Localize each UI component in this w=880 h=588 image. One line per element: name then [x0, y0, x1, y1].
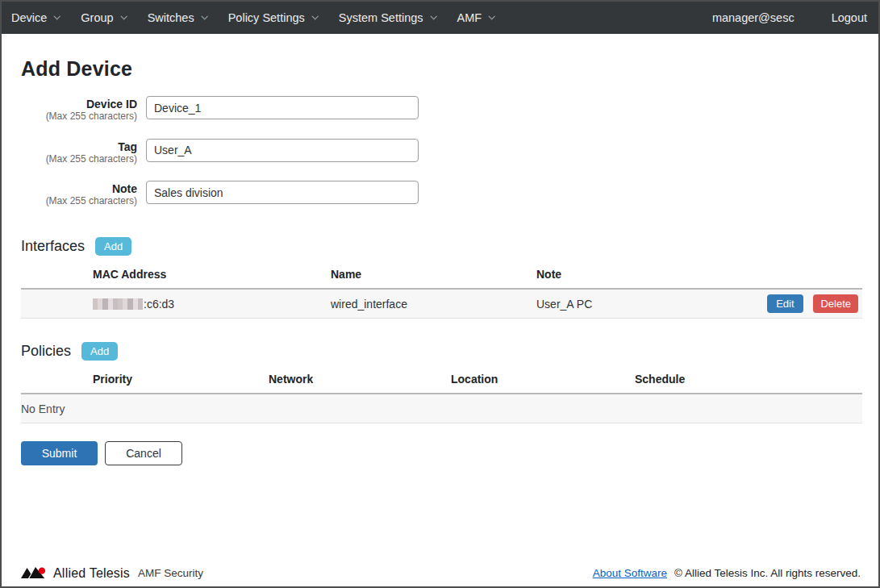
interfaces-title: Interfaces: [21, 238, 85, 255]
policies-table: Priority Network Location Schedule No En…: [21, 363, 862, 423]
delete-interface-button[interactable]: Delete: [813, 294, 858, 313]
menu-amf-label: AMF: [457, 11, 482, 24]
note-hint: (Max 255 characters): [21, 195, 137, 208]
add-policy-button[interactable]: Add: [81, 342, 118, 361]
interface-row-actions: Edit Delete: [767, 294, 862, 313]
footer-legal-area: About Software © Allied Telesis Inc. All…: [593, 567, 861, 579]
chevron-down-icon: [54, 13, 60, 19]
logout-button[interactable]: Logout: [832, 11, 867, 24]
col-priority: Priority: [93, 373, 269, 386]
mac-address-cell: :c6:d3: [93, 298, 331, 311]
menu-policy-settings-label: Policy Settings: [228, 11, 305, 24]
policies-empty-row: No Entry: [21, 394, 862, 423]
col-name: Name: [331, 268, 536, 281]
menu-system-settings[interactable]: System Settings: [339, 11, 436, 24]
col-network: Network: [269, 373, 451, 386]
menu-switches-label: Switches: [148, 11, 194, 24]
device-id-label-block: Device ID (Max 255 characters): [21, 96, 137, 123]
logged-in-user: manager@sesc: [712, 11, 795, 24]
field-row-note: Note (Max 255 characters): [21, 181, 859, 208]
interface-table-row: :c6:d3 wired_interface User_A PC Edit De…: [21, 290, 862, 319]
note-label-block: Note (Max 255 characters): [21, 181, 137, 208]
tag-label: Tag: [21, 140, 137, 153]
menu-group-label: Group: [81, 11, 113, 24]
menu-policy-settings[interactable]: Policy Settings: [228, 11, 317, 24]
device-id-input[interactable]: [146, 96, 419, 119]
col-mac-address: MAC Address: [93, 268, 331, 281]
field-row-device-id: Device ID (Max 255 characters): [21, 96, 859, 123]
interfaces-section-header: Interfaces Add: [21, 237, 859, 256]
device-id-label: Device ID: [21, 98, 137, 111]
note-input[interactable]: [146, 181, 419, 204]
note-label: Note: [21, 182, 137, 195]
menu-switches[interactable]: Switches: [148, 11, 206, 24]
allied-telesis-logo-icon: [21, 565, 48, 581]
device-id-hint: (Max 255 characters): [21, 111, 137, 123]
edit-interface-button[interactable]: Edit: [767, 294, 803, 313]
add-device-page: { "navbar": { "items": [ { "label": "Dev…: [0, 0, 880, 588]
submit-button[interactable]: Submit: [21, 441, 98, 465]
chevron-down-icon: [120, 13, 127, 19]
menu-device[interactable]: Device: [11, 11, 59, 24]
navbar-menu: Device Group Switches Policy Settings Sy…: [11, 11, 712, 24]
chevron-down-icon: [201, 13, 207, 19]
tag-hint: (Max 255 characters): [21, 153, 137, 166]
page-title: Add Device: [21, 57, 859, 81]
menu-system-settings-label: System Settings: [339, 11, 423, 24]
main-content: Add Device Device ID (Max 255 characters…: [2, 57, 878, 465]
field-row-tag: Tag (Max 255 characters): [21, 139, 859, 166]
mac-address-suffix: :c6:d3: [144, 298, 174, 311]
chevron-down-icon: [311, 13, 318, 19]
form-actions: Submit Cancel: [21, 441, 859, 465]
interface-name-cell: wired_interface: [331, 298, 536, 311]
policies-table-header: Priority Network Location Schedule: [21, 363, 862, 394]
interfaces-table: MAC Address Name Note :c6:d3 wired_inter…: [21, 258, 862, 319]
interfaces-table-header: MAC Address Name Note: [21, 258, 862, 290]
chevron-down-icon: [489, 13, 495, 19]
no-entry-text: No Entry: [21, 402, 862, 415]
product-name: AMF Security: [138, 567, 203, 579]
copyright-text: © Allied Telesis Inc. All rights reserve…: [674, 567, 861, 579]
tag-label-block: Tag (Max 255 characters): [21, 139, 137, 166]
device-form: Device ID (Max 255 characters) Tag (Max …: [21, 96, 859, 208]
menu-group[interactable]: Group: [81, 11, 125, 24]
cancel-button[interactable]: Cancel: [105, 441, 182, 465]
policies-title: Policies: [21, 343, 71, 360]
col-note: Note: [536, 268, 741, 281]
brand-name: Allied Telesis: [53, 566, 130, 581]
col-schedule: Schedule: [635, 373, 862, 386]
menu-device-label: Device: [11, 11, 47, 24]
add-interface-button[interactable]: Add: [95, 237, 131, 256]
interface-note-cell: User_A PC: [536, 298, 741, 311]
navbar-account-area: manager@sesc Logout: [712, 11, 867, 24]
menu-amf[interactable]: AMF: [457, 11, 494, 24]
footer-brand-area: Allied Telesis AMF Security: [21, 565, 203, 581]
col-location: Location: [451, 373, 635, 386]
tag-input[interactable]: [146, 139, 419, 162]
chevron-down-icon: [430, 13, 436, 19]
top-navbar: Device Group Switches Policy Settings Sy…: [2, 2, 878, 34]
page-footer: Allied Telesis AMF Security About Softwa…: [21, 565, 861, 581]
policies-section-header: Policies Add: [21, 342, 859, 361]
mac-redacted-block: [93, 298, 143, 310]
about-software-link[interactable]: About Software: [593, 567, 667, 579]
